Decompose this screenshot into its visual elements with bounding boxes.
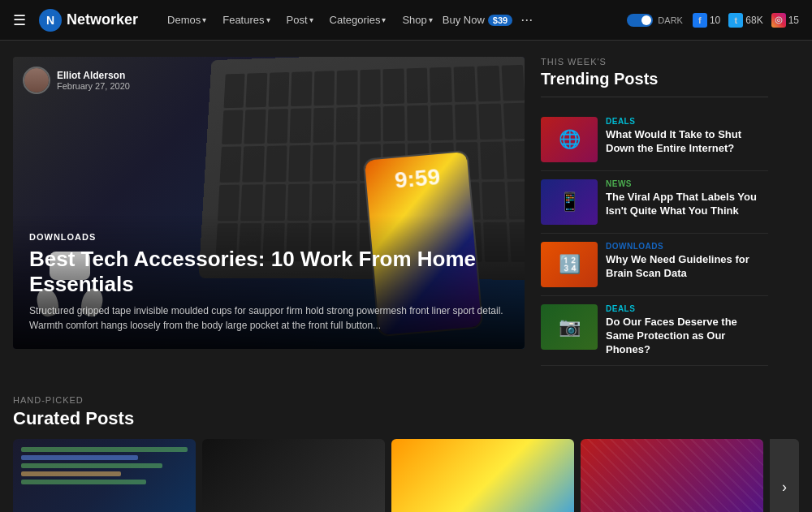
curated-card[interactable]	[202, 439, 385, 512]
curated-label: HAND-PICKED	[13, 395, 799, 405]
chevron-down-icon: ▾	[309, 15, 313, 24]
trending-item[interactable]: 🌐 DEALS What Would It Take to Shut Down …	[541, 109, 768, 171]
nav-post[interactable]: Post ▾	[280, 9, 320, 31]
curated-section: HAND-PICKED Curated Posts ›	[0, 382, 812, 512]
trending-info: DOWNLOADS Why We Need Guidelines for Bra…	[606, 242, 768, 281]
trending-item[interactable]: 🔢 DOWNLOADS Why We Need Guidelines for B…	[541, 234, 768, 296]
trending-thumb: 📱	[541, 179, 598, 225]
code-line	[21, 471, 121, 476]
author-date: February 27, 2020	[57, 81, 130, 91]
curated-grid: ›	[13, 439, 799, 512]
code-line	[21, 480, 146, 484]
thumb-icon: 📷	[541, 304, 598, 350]
author-info: Elliot Alderson February 27, 2020	[57, 70, 130, 91]
code-decoration	[13, 439, 196, 493]
trending-thumb: 📷	[541, 304, 598, 350]
nav-demos[interactable]: Demos ▾	[161, 9, 213, 31]
trending-heading: What Would It Take to Shut Down the Enti…	[606, 128, 768, 156]
trending-heading: The Viral App That Labels You Isn't Quit…	[606, 191, 768, 218]
price-badge: $39	[488, 15, 512, 26]
instagram-count: 15	[788, 15, 799, 26]
hamburger-menu[interactable]: ☰	[13, 11, 26, 29]
thumb-icon: 📱	[541, 179, 598, 225]
curated-next-button[interactable]: ›	[770, 439, 799, 512]
curated-card[interactable]	[581, 439, 763, 512]
nav-links: Demos ▾ Features ▾ Post ▾ Categories ▾ S…	[161, 9, 617, 31]
trending-heading: Do Our Faces Deserve the Same Protection…	[606, 316, 768, 357]
facebook-count: 10	[710, 15, 720, 26]
trending-info: NEWS The Viral App That Labels You Isn't…	[606, 179, 768, 218]
toggle-thumb	[641, 15, 651, 25]
hero-section: 9:59 Elliot Alderson February 27, 2020	[13, 57, 525, 366]
trending-item[interactable]: 📷 DEALS Do Our Faces Deserve the Same Pr…	[541, 296, 768, 366]
nav-features[interactable]: Features ▾	[216, 9, 276, 31]
nav-categories[interactable]: Categories ▾	[323, 9, 393, 31]
site-logo[interactable]: N Networker	[39, 9, 138, 32]
curated-card[interactable]	[391, 439, 574, 512]
twitter-count: 68K	[745, 15, 762, 26]
logo-text: Networker	[67, 11, 138, 28]
logo-icon: N	[39, 9, 62, 32]
toggle-track[interactable]	[627, 14, 653, 27]
hero-author: Elliot Alderson February 27, 2020	[23, 67, 130, 94]
thumb-icon: 🔢	[541, 242, 598, 287]
buy-now-label: Buy Now	[443, 14, 485, 26]
hero-category: DOWNLOADS	[29, 232, 508, 242]
trending-category: DEALS	[606, 117, 768, 126]
curated-title: Curated Posts	[13, 408, 799, 429]
more-options[interactable]: ···	[516, 11, 538, 28]
code-line	[21, 447, 188, 452]
code-line	[21, 463, 162, 468]
trending-thumb: 🌐	[541, 117, 598, 162]
facebook-icon: f	[693, 13, 707, 28]
twitter-link[interactable]: t 68K	[728, 13, 762, 28]
trending-category: DEALS	[606, 304, 768, 313]
social-links: f 10 t 68K ◎ 15	[693, 13, 799, 28]
instagram-icon: ◎	[771, 13, 786, 28]
trending-category: NEWS	[606, 179, 768, 188]
trending-info: DEALS What Would It Take to Shut Down th…	[606, 117, 768, 156]
trending-heading: Why We Need Guidelines for Brain Scan Da…	[606, 253, 768, 281]
main-content: 9:59 Elliot Alderson February 27, 2020	[0, 41, 812, 382]
chevron-down-icon: ▾	[202, 15, 206, 24]
thumb-icon: 🌐	[541, 117, 598, 162]
hero-excerpt: Structured gripped tape invisible moulde…	[29, 303, 508, 333]
chevron-down-icon: ▾	[266, 15, 270, 24]
sidebar: THIS WEEK'S Trending Posts 🌐 DEALS What …	[541, 57, 768, 366]
apple-logo	[202, 439, 385, 512]
phone-time: 9:59	[394, 164, 442, 194]
room-decoration	[581, 439, 763, 512]
trending-item[interactable]: 📱 NEWS The Viral App That Labels You Isn…	[541, 171, 768, 234]
dark-mode-label: DARK	[658, 15, 683, 25]
instagram-link[interactable]: ◎ 15	[771, 13, 799, 28]
trending-info: DEALS Do Our Faces Deserve the Same Prot…	[606, 304, 768, 357]
nav-right: DARK f 10 t 68K ◎ 15	[627, 13, 799, 28]
chevron-down-icon: ▾	[382, 15, 386, 24]
twitter-icon: t	[728, 13, 743, 28]
buy-now-link[interactable]: Buy Now $39	[443, 14, 512, 26]
avatar	[23, 67, 50, 94]
curated-card[interactable]	[13, 439, 196, 512]
tablet-decoration	[391, 439, 574, 512]
author-name: Elliot Alderson	[57, 70, 130, 81]
trending-thumb: 🔢	[541, 242, 598, 287]
hero-overlay: DOWNLOADS Best Tech Accessories: 10 Work…	[13, 216, 525, 349]
nav-shop[interactable]: Shop ▾	[395, 9, 438, 31]
navbar: ☰ N Networker Demos ▾ Features ▾ Post ▾ …	[0, 0, 812, 41]
trending-category: DOWNLOADS	[606, 242, 768, 251]
hero-title: Best Tech Accessories: 10 Work From Home…	[29, 247, 508, 297]
facebook-link[interactable]: f 10	[693, 13, 720, 28]
sidebar-section-label: THIS WEEK'S	[541, 57, 768, 67]
sidebar-section-title: Trending Posts	[541, 70, 768, 97]
dark-mode-toggle[interactable]: DARK	[627, 14, 683, 27]
avatar-face	[24, 68, 49, 93]
chevron-down-icon: ▾	[429, 15, 433, 24]
chevron-right-icon: ›	[782, 479, 787, 496]
hero-card[interactable]: 9:59 Elliot Alderson February 27, 2020	[13, 57, 525, 349]
code-line	[21, 455, 138, 460]
